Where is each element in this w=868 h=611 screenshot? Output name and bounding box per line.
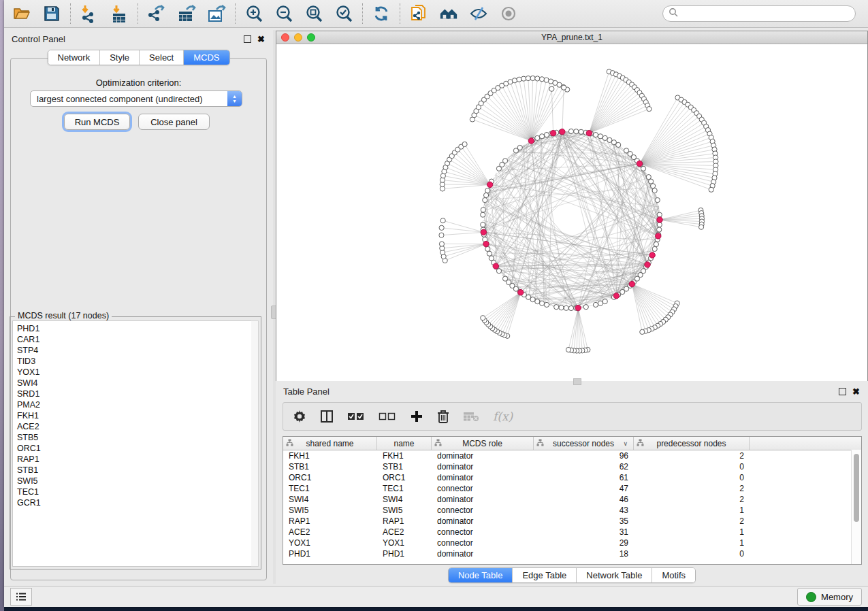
network-node[interactable] — [574, 129, 579, 134]
mcds-result-item[interactable]: STB5 — [17, 432, 251, 443]
optimization-criterion-dropdown[interactable]: largest connected component (undirected)… — [30, 90, 242, 107]
mcds-result-scrollbar[interactable] — [251, 320, 259, 567]
mcds-result-item[interactable]: GCR1 — [17, 497, 251, 508]
network-node[interactable] — [517, 145, 522, 150]
run-mcds-button[interactable]: Run MCDS — [64, 114, 130, 130]
table-scrollbar[interactable] — [851, 450, 861, 564]
leaf-node[interactable] — [440, 218, 445, 223]
tab-select[interactable]: Select — [140, 50, 184, 65]
tab-network[interactable]: Network — [48, 50, 100, 65]
tab-motifs[interactable]: Motifs — [652, 568, 695, 582]
network-node[interactable] — [544, 302, 549, 307]
column-header-predecessor-nodes[interactable]: predecessor nodes — [634, 437, 750, 450]
show-columns-icon[interactable] — [320, 410, 334, 423]
network-node[interactable] — [657, 222, 662, 227]
mcds-node[interactable] — [481, 229, 486, 235]
network-node[interactable] — [657, 212, 662, 217]
import-network-icon[interactable] — [80, 4, 99, 23]
table-row[interactable]: ORC1ORC1dominator610 — [283, 472, 861, 483]
network-node[interactable] — [651, 184, 656, 188]
network-node[interactable] — [487, 251, 492, 256]
network-node[interactable] — [652, 246, 657, 251]
table-scrollbar-thumb[interactable] — [854, 454, 859, 522]
network-node[interactable] — [654, 242, 658, 246]
network-node[interactable] — [554, 305, 559, 310]
table-options-gear-icon[interactable] — [293, 410, 306, 423]
leaf-node[interactable] — [562, 85, 566, 90]
export-table-icon[interactable] — [177, 4, 196, 23]
mcds-node[interactable] — [518, 290, 524, 295]
network-node[interactable] — [652, 188, 657, 193]
mcds-node[interactable] — [575, 305, 581, 310]
mcds-result-item[interactable]: STB1 — [17, 465, 251, 476]
select-all-rows-icon[interactable] — [347, 411, 365, 422]
mcds-node[interactable] — [657, 217, 662, 222]
close-panel-button[interactable]: Close panel — [138, 114, 210, 130]
network-node[interactable] — [481, 208, 485, 212]
table-row[interactable]: YOX1YOX1connector291 — [283, 538, 861, 548]
table-row[interactable]: ACE2ACE2connector311 — [283, 527, 861, 538]
tab-style[interactable]: Style — [100, 50, 140, 65]
import-table-icon[interactable] — [110, 4, 129, 23]
mcds-node[interactable] — [656, 233, 661, 239]
network-node[interactable] — [502, 159, 507, 163]
column-header-name[interactable]: name — [377, 437, 432, 450]
mcds-result-item[interactable]: YOX1 — [17, 367, 251, 378]
float-panel-icon[interactable] — [244, 35, 251, 43]
column-header-successor-nodes[interactable]: successor nodes∨ — [534, 437, 634, 450]
table-row[interactable]: SWI4SWI4dominator462 — [283, 494, 861, 505]
table-row[interactable]: PHD1PHD1dominator180 — [283, 548, 861, 559]
node-table[interactable]: shared namenameMCDS rolesuccessor nodes∨… — [283, 436, 862, 565]
zoom-selected-icon[interactable] — [334, 4, 353, 23]
leaf-node[interactable] — [566, 347, 570, 352]
network-node[interactable] — [483, 197, 487, 202]
mcds-node[interactable] — [649, 252, 655, 258]
leaf-node[interactable] — [481, 316, 485, 320]
export-network-icon[interactable] — [147, 4, 166, 23]
mcds-node[interactable] — [629, 281, 634, 286]
memory-button[interactable]: Memory — [797, 588, 862, 606]
leaf-node[interactable] — [647, 107, 652, 112]
mcds-node[interactable] — [483, 241, 489, 246]
leaf-node[interactable] — [709, 187, 713, 192]
home-networks-icon[interactable] — [439, 4, 458, 23]
network-node[interactable] — [544, 132, 549, 137]
network-node[interactable] — [539, 301, 544, 306]
tab-edge-table[interactable]: Edge Table — [513, 568, 577, 582]
mcds-node[interactable] — [645, 262, 650, 267]
mcds-result-item[interactable]: PHD1 — [17, 323, 251, 334]
float-table-panel-icon[interactable] — [839, 388, 846, 395]
leaf-node[interactable] — [698, 225, 703, 229]
mcds-result-item[interactable]: SWI5 — [17, 476, 251, 486]
open-session-icon[interactable] — [12, 4, 31, 23]
table-row[interactable]: STB1STB1dominator620 — [283, 461, 861, 472]
leaf-node[interactable] — [521, 76, 526, 81]
mcds-result-item[interactable]: TEC1 — [17, 486, 251, 497]
close-panel-icon[interactable]: ✖ — [257, 36, 265, 42]
network-node[interactable] — [559, 306, 564, 310]
mcds-node[interactable] — [528, 138, 534, 144]
network-node[interactable] — [649, 179, 654, 184]
leaf-node[interactable] — [439, 225, 444, 230]
export-image-icon[interactable] — [207, 4, 226, 23]
mcds-result-item[interactable]: FKH1 — [17, 410, 251, 421]
leaf-node[interactable] — [517, 77, 521, 82]
leaf-node[interactable] — [530, 76, 535, 80]
leaf-node[interactable] — [539, 77, 544, 82]
network-node[interactable] — [641, 166, 645, 171]
mcds-node[interactable] — [487, 182, 492, 187]
column-header-shared-name[interactable]: shared name — [283, 437, 377, 450]
tab-mcds[interactable]: MCDS — [184, 50, 229, 65]
zoom-out-icon[interactable] — [274, 4, 293, 23]
network-node[interactable] — [598, 301, 602, 306]
network-canvas[interactable] — [276, 44, 867, 381]
mcds-result-item[interactable]: ACE2 — [17, 421, 251, 432]
zoom-in-icon[interactable] — [244, 4, 263, 23]
table-row[interactable]: FKH1FKH1dominator962 — [283, 450, 861, 461]
network-node[interactable] — [535, 299, 540, 304]
network-node[interactable] — [535, 135, 540, 140]
network-node[interactable] — [539, 134, 544, 139]
mcds-result-item[interactable]: RAP1 — [17, 454, 251, 465]
mcds-result-item[interactable]: ORC1 — [17, 443, 251, 454]
network-node[interactable] — [483, 193, 488, 197]
